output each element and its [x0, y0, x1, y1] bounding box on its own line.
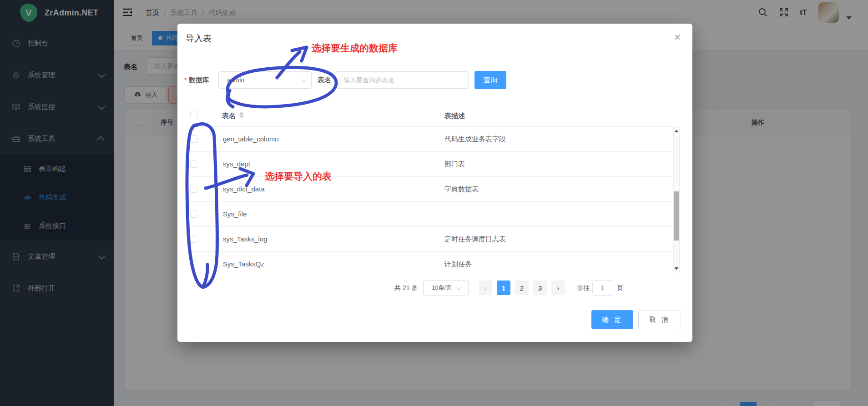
import-table-dialog: 导入表 × *数据库 admin 表名 查询 表名 表描述 gen_table_…	[177, 24, 692, 342]
cell-table-name: sys_Tasks_log	[223, 235, 267, 243]
table-row: gen_table_column 代码生成业务表字段	[190, 127, 672, 152]
page-size-select[interactable]: 10条/页	[423, 280, 469, 296]
pagination-goto-label: 前往	[577, 284, 590, 292]
scroll-up-icon[interactable]	[674, 127, 679, 134]
app-root: V ZrAdmin.NET 控制台 系统管理 系统监控	[0, 0, 868, 406]
search-button[interactable]: 查询	[474, 71, 506, 89]
pagination-page-2[interactable]: 2	[515, 281, 529, 295]
pagination-page-1[interactable]: 1	[497, 281, 510, 295]
table-row: sys_Tasks_log 定时任务调度日志表	[190, 227, 672, 252]
col-header-table-desc: 表描述	[444, 112, 465, 120]
table-body: gen_table_column 代码生成业务表字段 sys_dept 部门表 …	[190, 127, 672, 270]
page-size-value: 10条/页	[432, 284, 452, 292]
pagination-page-3[interactable]: 3	[533, 281, 547, 295]
cell-table-desc: 计划任务	[444, 260, 472, 269]
database-select-value: admin	[227, 76, 244, 84]
cell-table-desc: 定时任务调度日志表	[444, 235, 506, 244]
cell-table-name: Sys_TasksQz	[223, 260, 264, 268]
confirm-button[interactable]: 确 定	[591, 310, 633, 329]
table-name-input[interactable]	[343, 76, 463, 84]
pagination-goto-unit: 页	[617, 284, 623, 292]
database-select[interactable]: admin	[218, 71, 312, 89]
row-checkbox[interactable]	[190, 261, 197, 268]
scroll-down-icon[interactable]	[674, 265, 679, 272]
cell-table-desc: 代码生成业务表字段	[444, 135, 506, 144]
cell-table-desc: 字典数据表	[444, 185, 479, 194]
row-checkbox[interactable]	[190, 236, 197, 243]
scrollbar-thumb[interactable]	[674, 191, 679, 241]
db-field-label: *数据库	[184, 76, 209, 85]
cell-table-name: sys_dict_data	[223, 185, 265, 193]
cell-table-name: gen_table_column	[223, 135, 279, 143]
row-checkbox[interactable]	[190, 135, 197, 143]
chevron-down-icon	[302, 76, 308, 82]
select-all-checkbox[interactable]	[190, 111, 197, 118]
row-checkbox[interactable]	[190, 211, 197, 218]
dialog-title: 导入表	[186, 33, 212, 45]
table-name-input-wrap	[336, 71, 469, 89]
table-row: sys_dept 部门表	[190, 152, 672, 177]
pagination-goto-input[interactable]	[592, 280, 613, 296]
row-checkbox[interactable]	[190, 160, 197, 168]
sort-caret-icon[interactable]	[239, 112, 244, 118]
table-name-label: 表名	[318, 76, 331, 85]
row-checkbox[interactable]	[190, 185, 197, 193]
table-row: Sys_TasksQz 计划任务	[190, 252, 672, 270]
cell-table-name: Sys_file	[223, 210, 247, 218]
table-row: sys_dict_data 字典数据表	[190, 177, 672, 202]
required-mark: *	[184, 76, 187, 84]
cell-table-desc: 部门表	[444, 160, 465, 169]
table-row: Sys_file	[190, 202, 672, 227]
cell-table-name: sys_dept	[223, 160, 250, 168]
col-header-table-name[interactable]: 表名	[222, 112, 236, 120]
close-icon[interactable]: ×	[674, 32, 681, 43]
pagination-next-button[interactable]: ›	[551, 281, 565, 295]
cancel-button[interactable]: 取 消	[638, 310, 681, 329]
table-scrollbar[interactable]	[673, 127, 680, 272]
pagination-total: 共 21 条	[394, 284, 418, 292]
pagination-prev-button[interactable]: ‹	[479, 281, 492, 295]
chevron-down-icon	[456, 285, 461, 290]
